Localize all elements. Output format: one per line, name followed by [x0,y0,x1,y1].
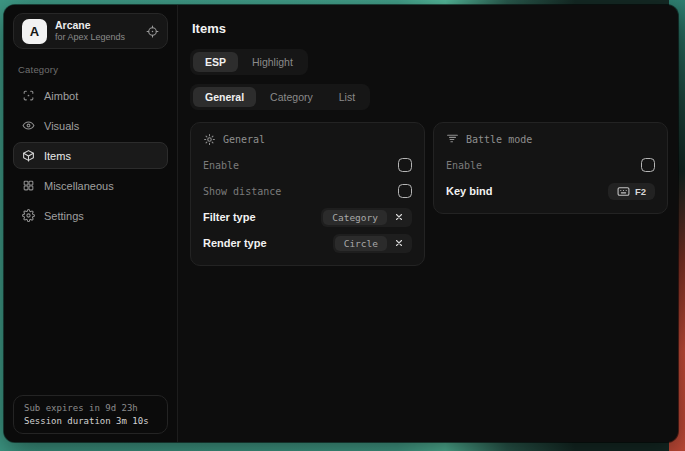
row-label: Enable [446,160,482,171]
sidebar-item-miscellaneous[interactable]: Miscellaneous [13,172,168,199]
enable-row: Enable [203,155,412,175]
eye-icon [22,119,35,132]
row-label: Show distance [203,186,281,197]
subscription-info: Sub expires in 9d 23h Session duration 3… [13,395,168,434]
package-icon [22,149,35,162]
brand-card: A Arcane for Apex Legends [13,13,168,49]
target-icon[interactable] [146,25,159,38]
clear-icon[interactable] [387,212,410,222]
row-label: Filter type [203,211,256,223]
session-duration-text: Session duration 3m 10s [24,416,157,426]
app-logo: A [22,19,47,44]
gear-icon [22,209,35,222]
sidebar: A Arcane for Apex Legends Category Aimbo… [4,5,178,442]
tab-list[interactable]: List [327,87,367,107]
tab-general[interactable]: General [193,87,256,107]
show-distance-checkbox[interactable] [398,184,412,198]
tab-highlight[interactable]: Highlight [240,52,305,72]
enable-checkbox[interactable] [398,158,412,172]
clear-icon[interactable] [387,238,410,248]
tornado-icon [446,133,459,146]
sidebar-item-label: Miscellaneous [44,180,114,192]
grid-icon [22,179,35,192]
app-window: A Arcane for Apex Legends Category Aimbo… [4,5,678,442]
panel-title: Battle mode [466,134,532,145]
row-label: Render type [203,237,267,249]
sidebar-item-settings[interactable]: Settings [13,202,168,229]
category-label: Category [18,64,163,75]
row-label: Key bind [446,185,492,197]
keybind-button[interactable]: F2 [608,183,655,200]
panels: General Enable Show distance Filter type… [190,122,668,266]
game-background: A Arcane for Apex Legends Category Aimbo… [0,0,685,451]
row-label: Enable [203,160,239,171]
sidebar-item-label: Aimbot [44,90,78,102]
panel-title: General [223,134,265,145]
battle-mode-panel-header: Battle mode [446,133,655,146]
app-title: Arcane [55,19,125,32]
filter-type-row: Filter type Category [203,207,412,227]
battle-enable-row: Enable [446,155,655,175]
general-panel-header: General [203,133,412,146]
select-value[interactable]: Circle [335,236,387,251]
mode-tabs: ESP Highlight [190,49,308,75]
key-bind-row: Key bind F2 [446,181,655,201]
render-type-select[interactable]: Circle [333,234,412,253]
render-type-row: Render type Circle [203,233,412,253]
view-tabs: General Category List [190,84,370,110]
crosshair-icon [22,89,35,102]
battle-mode-panel: Battle mode Enable Key bind F2 [433,122,668,214]
sidebar-item-aimbot[interactable]: Aimbot [13,82,168,109]
logo-letter: A [30,24,39,39]
sun-icon [203,133,216,146]
filter-type-select[interactable]: Category [321,208,412,227]
keybind-value: F2 [635,186,646,197]
sidebar-item-visuals[interactable]: Visuals [13,112,168,139]
tab-esp[interactable]: ESP [193,52,238,72]
battle-enable-checkbox[interactable] [641,158,655,172]
mode-tabs-row: ESP Highlight [190,49,668,75]
keyboard-icon [617,186,630,197]
brand-text: Arcane for Apex Legends [55,19,125,43]
sidebar-nav: Aimbot Visuals Items [13,82,168,229]
sidebar-item-label: Settings [44,210,84,222]
sidebar-item-items[interactable]: Items [13,142,168,169]
sub-expires-text: Sub expires in 9d 23h [24,403,157,413]
main-content: Items ESP Highlight General Category Lis… [178,5,678,442]
tab-category[interactable]: Category [258,87,325,107]
view-tabs-row: General Category List [190,84,668,110]
general-panel: General Enable Show distance Filter type… [190,122,425,266]
app-subtitle: for Apex Legends [55,32,125,43]
sidebar-item-label: Items [44,150,71,162]
select-value[interactable]: Category [323,210,387,225]
page-title: Items [192,21,666,36]
sidebar-item-label: Visuals [44,120,79,132]
show-distance-row: Show distance [203,181,412,201]
